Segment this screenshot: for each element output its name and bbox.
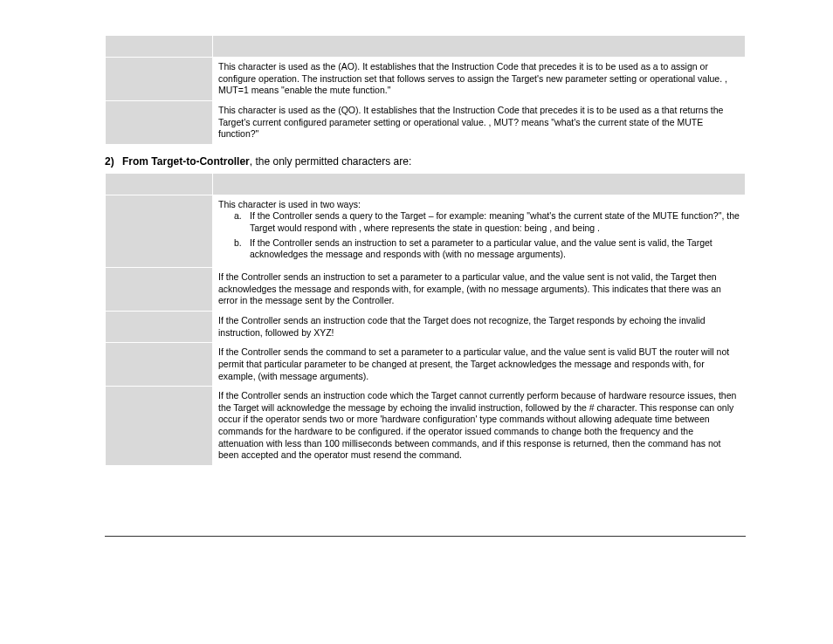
description-cell: This character is used in two ways: a. I…: [213, 195, 746, 267]
label-cell: [106, 100, 213, 144]
description-cell: If the Controller sends the command to s…: [213, 343, 746, 387]
list-letter: b.: [234, 237, 250, 261]
section-rest: , the only permitted characters are:: [250, 155, 411, 168]
table-row: If the Controller sends an instruction c…: [106, 311, 746, 342]
section-number: 2): [105, 155, 114, 168]
table-target-to-controller: This character is used in two ways: a. I…: [105, 173, 746, 466]
header-cell-right: [213, 173, 746, 195]
description-cell: This character is used as the (QO). It e…: [213, 100, 746, 144]
label-cell: [106, 343, 213, 387]
text: This character is used as the: [218, 61, 338, 72]
table-row: If the Controller sends an instruction t…: [106, 268, 746, 312]
description-cell: If the Controller sends an instruction t…: [213, 268, 746, 312]
description-cell: If the Controller sends an instruction c…: [213, 387, 746, 466]
intro-text: This character is used in two ways:: [218, 199, 740, 211]
section-title-2: 2) From Target-to-Controller, the only p…: [105, 155, 746, 168]
list-letter: a.: [234, 210, 250, 234]
footer-rule: [105, 536, 746, 537]
list-item: a. If the Controller sends a query to th…: [234, 210, 740, 234]
table-header-row: [106, 36, 746, 58]
table-row: If the Controller sends an instruction c…: [106, 387, 746, 466]
label-cell: [106, 387, 213, 466]
table-row: This character is used as the (AO). It e…: [106, 58, 746, 101]
table-header-row: [106, 173, 746, 195]
text: (AO). It establishes that the Instructio…: [338, 61, 660, 72]
label-cell: [106, 268, 213, 312]
header-cell-left: [106, 36, 213, 58]
label-cell: [106, 195, 213, 267]
list-item: b. If the Controller sends an instructio…: [234, 237, 740, 261]
header-cell-right: [213, 36, 746, 58]
text: (QO). It establishes that the Instructio…: [338, 105, 662, 115]
list-text: If the Controller sends a query to the T…: [250, 210, 740, 234]
table-row: This character is used in two ways: a. I…: [106, 195, 746, 267]
description-cell: This character is used as the (AO). It e…: [213, 58, 746, 101]
text: This character is used as the: [218, 105, 338, 115]
table-row: If the Controller sends the command to s…: [106, 343, 746, 387]
section-bold: From Target-to-Controller: [122, 155, 250, 168]
header-cell-left: [106, 173, 213, 195]
description-cell: If the Controller sends an instruction c…: [213, 311, 746, 342]
table-row: This character is used as the (QO). It e…: [106, 100, 746, 144]
label-cell: [106, 58, 213, 101]
label-cell: [106, 311, 213, 342]
list-text: If the Controller sends an instruction t…: [250, 237, 740, 261]
table-controller-to-target: This character is used as the (AO). It e…: [105, 35, 746, 145]
